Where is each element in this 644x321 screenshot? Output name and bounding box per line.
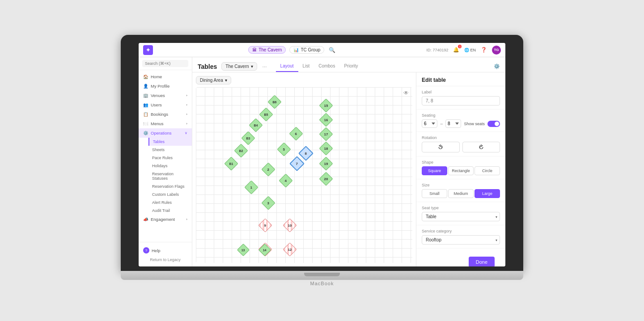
table-14[interactable]: 14 [258, 244, 271, 256]
table-7[interactable]: 7 [289, 156, 305, 171]
table-9[interactable]: 9 [258, 218, 272, 232]
size-medium-button[interactable]: Medium [448, 189, 474, 198]
topbar-right: ID: 7740192 🔔 1 🌐 EN ❓ TG [426, 46, 501, 55]
label-section: Label [416, 86, 505, 110]
sidebar-sub-pace-rules[interactable]: Pace Rules [148, 154, 192, 162]
sidebar-sub-audit-trail[interactable]: Audit Trail [148, 207, 192, 215]
table-5[interactable]: 5 [277, 142, 291, 156]
group-button[interactable]: 📊 TC Group [289, 46, 324, 54]
sidebar-item-home[interactable]: 🏠 Home [139, 72, 192, 81]
table-19[interactable]: 19 [319, 156, 333, 170]
profile-icon: 👤 [143, 84, 148, 89]
tab-list[interactable]: List [298, 61, 314, 72]
table-4[interactable]: 4 [279, 173, 292, 187]
label-section-heading: Label [422, 90, 500, 94]
return-to-legacy-link[interactable]: Return to Legacy [139, 256, 192, 264]
home-icon: 🏠 [143, 74, 148, 79]
show-seats-toggle[interactable] [487, 121, 500, 127]
rotate-right-button[interactable] [462, 142, 500, 152]
table-16[interactable]: 16 [319, 113, 333, 127]
tab-priority[interactable]: Priority [339, 61, 362, 72]
main-layout: 🏠 Home 👤 My Profile 🏢 Venues › [139, 57, 505, 266]
topbar: ✦ 🏛 The Cavern 📊 TC Group 🔍 ID [139, 43, 505, 57]
sidebar-search-area [139, 57, 192, 70]
floor-plan-grid[interactable]: 👁 B6 B5 B4 B3 B2 B1 6 [196, 87, 412, 263]
floor-area-dropdown[interactable]: Dining Area ▾ [196, 76, 231, 84]
sidebar-search-input[interactable] [142, 60, 188, 67]
sidebar-bottom: ? Help Return to Legacy [139, 242, 192, 266]
table-b5[interactable]: B5 [259, 107, 273, 121]
sidebar-sub-alert-rules[interactable]: Alert Rules [148, 199, 192, 207]
seating-max-select[interactable]: 8 [445, 119, 461, 128]
size-large-button[interactable]: Large [475, 189, 500, 198]
table-b1[interactable]: B1 [224, 156, 238, 170]
table-3[interactable]: 3 [261, 196, 275, 210]
sidebar-sub-holidays[interactable]: Holidays [148, 162, 192, 170]
sidebar-sub-reservation-flags[interactable]: Reservation Flags [148, 182, 192, 190]
language-button[interactable]: 🌐 EN [464, 48, 476, 52]
edit-panel: Edit table Label Seating 6 [416, 72, 505, 266]
sidebar-item-venues[interactable]: 🏢 Venues › [139, 91, 192, 100]
sidebar-sub-tables[interactable]: Tables [148, 138, 192, 146]
venue-selector-label: The Cavern [225, 64, 249, 69]
table-b3[interactable]: B3 [241, 131, 255, 145]
shape-circle-button[interactable]: Circle [475, 166, 500, 175]
sidebar-sub-sheets[interactable]: Sheets [148, 146, 192, 154]
help-button[interactable]: ❓ [479, 46, 488, 55]
table-17[interactable]: 17 [319, 127, 333, 141]
sidebar-item-users[interactable]: 👥 Users › [139, 100, 192, 110]
tab-layout[interactable]: Layout [276, 61, 298, 72]
table-b4[interactable]: B4 [249, 118, 263, 132]
lang-label: EN [470, 48, 476, 52]
seat-type-select[interactable]: Table [422, 212, 500, 221]
size-small-button[interactable]: Small [422, 189, 447, 198]
user-avatar[interactable]: TG [492, 46, 501, 55]
sidebar-item-profile[interactable]: 👤 My Profile [139, 81, 192, 91]
table-20[interactable]: 20 [319, 172, 333, 186]
label-input[interactable] [422, 96, 500, 106]
table-8[interactable]: 8 [298, 146, 314, 161]
sidebar-item-bookings[interactable]: 📋 Bookings › [139, 110, 192, 119]
rotate-left-button[interactable] [422, 142, 460, 152]
sidebar-item-menus[interactable]: 🍽️ Menus › [139, 119, 192, 128]
sidebar-sub-custom-labels[interactable]: Custom Labels [148, 190, 192, 199]
more-options-button[interactable]: ··· [262, 63, 268, 70]
screen-bezel: ✦ 🏛 The Cavern 📊 TC Group 🔍 ID [121, 35, 523, 271]
global-search-icon[interactable]: 🔍 [328, 46, 336, 54]
settings-icon[interactable]: ⚙️ [494, 63, 500, 69]
sidebar-item-engagement[interactable]: 📣 Engagement › [139, 215, 192, 224]
service-category-select[interactable]: Rooftop Core [422, 235, 500, 245]
topbar-center: 🏛 The Cavern 📊 TC Group 🔍 [158, 46, 426, 54]
notifications-button[interactable]: 🔔 1 [452, 46, 461, 55]
table-15[interactable]: 15 [319, 98, 333, 112]
venues-icon: 🏢 [143, 93, 148, 98]
venue-selector-dropdown[interactable]: The Cavern ▾ [221, 62, 257, 71]
venue-button[interactable]: 🏛 The Cavern [248, 46, 286, 54]
notification-badge: 1 [458, 45, 462, 48]
tab-combos[interactable]: Combos [314, 61, 339, 72]
seating-min-select[interactable]: 6 [422, 119, 437, 128]
floor-area-label: Dining Area [200, 78, 223, 83]
sidebar-menus-label: Menus [151, 121, 164, 126]
table-13[interactable]: 13 [237, 244, 250, 256]
table-10[interactable]: 10 [283, 218, 297, 232]
sidebar-sub-reservation-statuses[interactable]: Reservation Statuses [148, 170, 192, 182]
sidebar-help-button[interactable]: ? Help [139, 245, 192, 256]
visibility-icon[interactable]: 👁 [403, 90, 409, 96]
table-1[interactable]: 1 [244, 180, 258, 194]
table-6[interactable]: 6 [289, 127, 303, 140]
sidebar-users-label: Users [151, 102, 162, 107]
laptop-base [121, 271, 523, 280]
sidebar-item-operations[interactable]: ⚙️ Operations ∨ [139, 128, 192, 138]
done-button[interactable]: Done [469, 257, 495, 266]
shape-rectangle-button[interactable]: Rectangle [448, 166, 474, 175]
table-b6[interactable]: B6 [267, 95, 281, 109]
seating-section: Seating 6 – 8 [416, 110, 505, 132]
table-18[interactable]: 18 [319, 141, 333, 155]
service-category-section: Service category Rooftop Core ▾ [416, 225, 505, 249]
table-b2[interactable]: B2 [234, 144, 248, 157]
table-2[interactable]: 2 [261, 162, 275, 176]
table-12[interactable]: 12 [283, 242, 297, 256]
content-area: Tables The Cavern ▾ ··· Layout List Comb… [192, 57, 505, 266]
shape-square-button[interactable]: Square [422, 166, 447, 175]
